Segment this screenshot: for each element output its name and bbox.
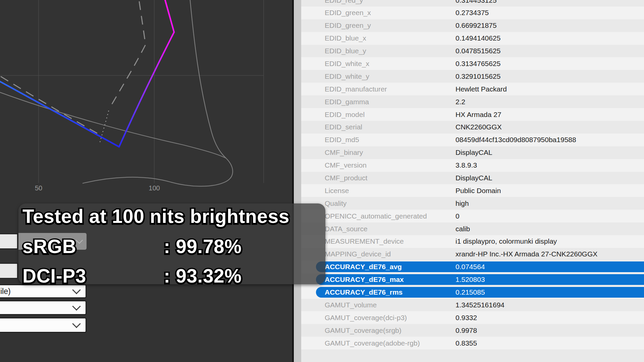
row-key: MEASUREMENT_device <box>325 235 404 248</box>
dropdown-profile[interactable]: ile) <box>0 284 87 298</box>
row-key: CMF_version <box>325 159 367 172</box>
x-tick-100: 100 <box>149 184 160 192</box>
row-value: 0.3134765625 <box>455 57 500 70</box>
row-key: CMF_binary <box>325 146 363 159</box>
table-row[interactable]: EDID_manufacturerHewlett Packard <box>301 83 644 96</box>
combobox-left-edge-2[interactable] <box>0 263 18 279</box>
row-value: 0.669921875 <box>455 19 497 32</box>
row-value: 2.2 <box>455 96 465 108</box>
row-value: high <box>455 197 469 210</box>
row-key: GAMUT_coverage(adobe-rgb) <box>325 337 420 350</box>
measured-gamut-outline <box>0 0 174 147</box>
row-value: 0.9332 <box>455 311 477 324</box>
row-key: License <box>325 184 349 197</box>
row-value: 1.34525161694 <box>455 299 504 311</box>
row-value: 0.215085 <box>455 286 485 299</box>
row-value: 0.1494140625 <box>455 32 500 45</box>
dropdown-2[interactable] <box>0 300 87 315</box>
profile-combobox[interactable] <box>18 233 87 250</box>
row-value: CNK2260GGX <box>455 121 502 133</box>
chevron-down-icon <box>72 302 80 310</box>
table-row[interactable]: GAMUT_coverage(dci-p3)0.9332 <box>301 311 644 324</box>
row-key: EDID_manufacturer <box>325 83 387 96</box>
row-key: EDID_serial <box>325 121 362 133</box>
table-row[interactable]: EDID_md508459df44cf13cd09d8087950ba19588 <box>301 133 644 146</box>
row-value: 0.0478515625 <box>455 45 500 57</box>
table-row[interactable]: EDID_blue_x0.1494140625 <box>301 32 644 45</box>
table-row[interactable]: EDID_white_x0.3134765625 <box>301 57 644 70</box>
row-key: EDID_green_y <box>325 19 371 32</box>
displaycal-profile-info-window: 50 100 EDID_red_y0.314453125EDID_green_ <box>0 0 644 362</box>
row-value: Public Domain <box>455 184 501 197</box>
scrollbar-track[interactable] <box>294 0 301 362</box>
row-key: ACCURACY_dE76_max <box>325 273 404 286</box>
spectral-locus-curve <box>0 0 233 186</box>
row-value: xrandr-HP Inc.-HX Armada 27-CNK2260GGX <box>455 248 597 260</box>
table-row[interactable]: EDID_gamma2.2 <box>301 96 644 108</box>
dropdown-3[interactable] <box>0 317 87 333</box>
row-key: GAMUT_coverage(srgb) <box>325 324 401 337</box>
profile-properties-panel: EDID_red_y0.314453125EDID_green_x0.27343… <box>301 0 644 362</box>
row-key: EDID_model <box>325 108 365 121</box>
table-row[interactable]: MAPPING_device_idxrandr-HP Inc.-HX Armad… <box>301 248 644 260</box>
table-row[interactable]: GAMUT_volume1.34525161694 <box>301 299 644 311</box>
table-row[interactable]: DATA_sourcecalib <box>301 223 644 235</box>
row-value: 1.520803 <box>455 273 485 286</box>
row-value: 0 <box>455 210 460 223</box>
row-key: EDID_white_x <box>325 57 369 70</box>
table-row[interactable]: EDID_serialCNK2260GGX <box>301 121 644 133</box>
row-value: 0.314453125 <box>455 0 497 6</box>
table-row[interactable]: EDID_white_y0.3291015625 <box>301 70 644 83</box>
table-row[interactable]: CMF_productDisplayCAL <box>301 172 644 184</box>
row-value: 0.9978 <box>455 324 477 337</box>
row-value: DisplayCAL <box>455 172 492 184</box>
table-row[interactable]: CMF_binaryDisplayCAL <box>301 146 644 159</box>
row-key: EDID_white_y <box>325 70 369 83</box>
row-key: MAPPING_device_id <box>325 248 391 260</box>
table-row[interactable]: ACCURACY_dE76_avg0.074564 <box>301 260 644 273</box>
table-row[interactable]: MEASUREMENT_devicei1 displaypro, colormu… <box>301 235 644 248</box>
row-value: 0.3291015625 <box>455 70 500 83</box>
x-tick-50: 50 <box>35 184 42 192</box>
row-key: Quality <box>325 197 346 210</box>
chevron-down-icon <box>72 286 80 294</box>
row-value: HX Armada 27 <box>455 108 501 121</box>
table-row[interactable]: EDID_modelHX Armada 27 <box>301 108 644 121</box>
row-value: DisplayCAL <box>455 146 492 159</box>
combobox-left-edge-1[interactable] <box>0 233 18 249</box>
table-row[interactable]: EDID_red_y0.314453125 <box>301 0 644 6</box>
row-key: GAMUT_coverage(dci-p3) <box>325 311 407 324</box>
table-row[interactable]: OPENICC_automatic_generated0 <box>301 210 644 223</box>
row-value: i1 displaypro, colormunki display <box>455 235 557 248</box>
table-row[interactable]: EDID_green_y0.669921875 <box>301 19 644 32</box>
chevron-down-icon <box>76 237 83 244</box>
row-key: CMF_product <box>325 172 367 184</box>
row-key: EDID_red_y <box>325 0 363 6</box>
row-value: 3.8.9.3 <box>455 159 477 172</box>
chevron-down-icon <box>72 319 80 328</box>
properties-table: EDID_red_y0.314453125EDID_green_x0.27343… <box>301 0 644 350</box>
row-value: calib <box>455 223 470 235</box>
row-key: EDID_gamma <box>325 96 369 108</box>
row-key: OPENICC_automatic_generated <box>325 210 427 223</box>
row-key: EDID_blue_x <box>325 32 366 45</box>
row-value: 0.074564 <box>455 260 485 273</box>
table-row[interactable]: ACCURACY_dE76_max1.520803 <box>301 273 644 286</box>
table-row[interactable]: GAMUT_coverage(srgb)0.9978 <box>301 324 644 337</box>
table-row[interactable]: EDID_blue_y0.0478515625 <box>301 45 644 57</box>
row-key: ACCURACY_dE76_avg <box>325 260 402 273</box>
table-row[interactable]: ACCURACY_dE76_rms0.215085 <box>301 286 644 299</box>
table-row[interactable]: CMF_version3.8.9.3 <box>301 159 644 172</box>
row-key: EDID_md5 <box>325 133 359 146</box>
table-row[interactable]: LicensePublic Domain <box>301 184 644 197</box>
chart-gridlines <box>0 0 264 183</box>
row-value: 08459df44cf13cd09d8087950ba19588 <box>455 133 576 146</box>
table-row[interactable]: EDID_green_x0.2734375 <box>301 6 644 19</box>
row-value: 0.2734375 <box>455 6 489 19</box>
table-row[interactable]: Qualityhigh <box>301 197 644 210</box>
row-value: 0.8355 <box>455 337 477 350</box>
row-key: DATA_source <box>325 223 368 235</box>
table-row[interactable]: GAMUT_coverage(adobe-rgb)0.8355 <box>301 337 644 350</box>
row-key: ACCURACY_dE76_rms <box>325 286 402 299</box>
row-key: GAMUT_volume <box>325 299 377 311</box>
